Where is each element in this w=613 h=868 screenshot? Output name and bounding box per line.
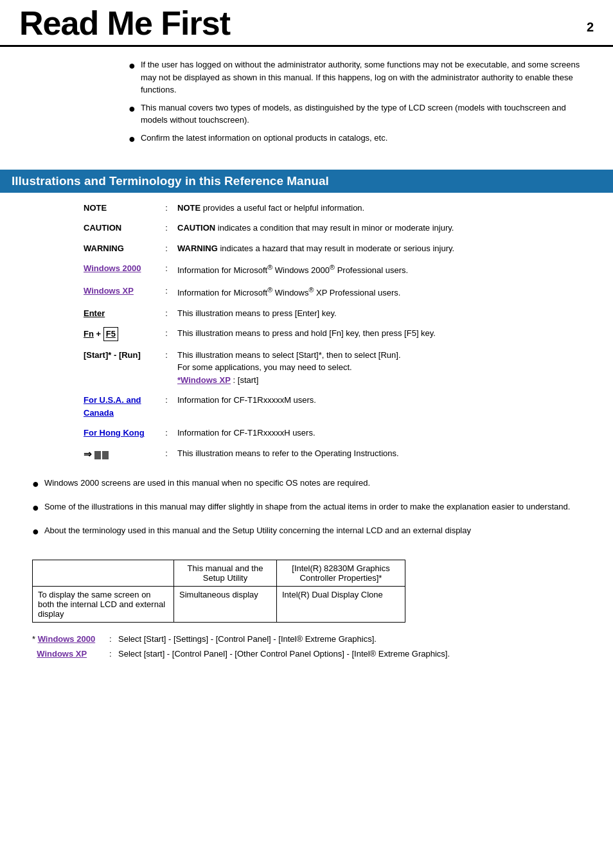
intro-text-3: Confirm the latest information on option… xyxy=(141,132,387,145)
col-header-manual: This manual and the Setup Utility xyxy=(174,560,277,587)
footnote-winxp: Windows XP : Select [start] - [Control P… xyxy=(32,648,594,661)
term-row-caution: CAUTION : CAUTION indicates a condition … xyxy=(19,218,594,238)
table-cell-clone: Intel(R) Dual Display Clone xyxy=(277,587,405,623)
page-header: Read Me First 2 xyxy=(0,0,613,47)
usa-canada-link[interactable]: For U.S.A. and Canada xyxy=(84,395,141,418)
term-row-warning: WARNING : WARNING indicates a hazard tha… xyxy=(19,238,594,259)
bottom-bullets-section: ● Windows 2000 screens are used in this … xyxy=(0,470,613,554)
term-label-fn-f5: Fn + F5 xyxy=(19,327,161,341)
section-header: Illustrations and Terminology in this Re… xyxy=(0,170,613,193)
bullet-dot: ● xyxy=(32,475,39,493)
footnote-win2000: * Windows 2000 : Select [Start] - [Setti… xyxy=(32,633,594,646)
bottom-text-1: Windows 2000 screens are used in this ma… xyxy=(44,477,370,490)
term-row-winxp: Windows XP : Information for Microsoft® … xyxy=(19,281,594,303)
term-row-win2000: Windows 2000 : Information for Microsoft… xyxy=(19,258,594,281)
intro-text-2: This manual covers two types of models, … xyxy=(141,102,594,127)
terminology-table: NOTE : NOTE provides a useful fact or he… xyxy=(0,193,613,471)
footnote-winxp-link[interactable]: Windows XP xyxy=(37,649,87,659)
term-desc-arrow-book: This illustration means to refer to the … xyxy=(172,447,594,460)
bullet-dot: ● xyxy=(32,499,39,517)
term-desc-warning: WARNING indicates a hazard that may resu… xyxy=(172,242,594,255)
hong-kong-link[interactable]: For Hong Kong xyxy=(84,428,145,438)
term-label-start-run: [Start]* - [Run] xyxy=(19,349,161,362)
term-label-winxp: Windows XP xyxy=(19,285,161,297)
display-table: This manual and the Setup Utility [Intel… xyxy=(32,560,405,623)
term-label-note: NOTE xyxy=(19,202,161,215)
bottom-bullet-2: ● Some of the illustrations in this manu… xyxy=(32,500,594,517)
intro-bullet-3: ● Confirm the latest information on opti… xyxy=(129,132,594,148)
term-desc-win2000: Information for Microsoft® Windows 2000®… xyxy=(172,262,594,277)
term-label-usa-canada: For U.S.A. and Canada xyxy=(19,394,161,419)
footnote-win2000-link[interactable]: Windows 2000 xyxy=(38,634,95,644)
bullet-dot: ● xyxy=(129,57,136,75)
table-cell-description: To display the same screen on both the i… xyxy=(33,587,174,623)
page-title: Read Me First xyxy=(19,6,230,40)
bottom-text-3: About the terminology used in this manua… xyxy=(44,524,471,537)
term-label-caution: CAUTION xyxy=(19,222,161,235)
table-row: To display the same screen on both the i… xyxy=(33,587,405,623)
term-row-hong-kong: For Hong Kong : Information for CF-T1Rxx… xyxy=(19,423,594,443)
display-table-section: This manual and the Setup Utility [Intel… xyxy=(0,554,613,628)
term-label-arrow-book: ⇒ xyxy=(19,447,161,462)
book-icon xyxy=(94,451,109,459)
term-label-win2000: Windows 2000 xyxy=(19,262,161,275)
bottom-bullet-3: ● About the terminology used in this man… xyxy=(32,524,594,540)
bullet-dot: ● xyxy=(129,100,136,118)
term-row-arrow-book: ⇒ : This illustration means to refer to … xyxy=(19,443,594,466)
intro-bullet-1: ● If the user has logged on without the … xyxy=(129,58,594,96)
term-row-note: NOTE : NOTE provides a useful fact or he… xyxy=(19,198,594,218)
col-header-intel: [Intel(R) 82830M Graphics Controller Pro… xyxy=(277,560,405,587)
term-desc-fn-f5: This illustration means to press and hol… xyxy=(172,327,594,340)
term-label-warning: WARNING xyxy=(19,242,161,255)
windows2000-link[interactable]: Windows 2000 xyxy=(84,263,141,273)
term-row-enter: Enter : This illustration means to press… xyxy=(19,303,594,324)
term-desc-caution: CAUTION indicates a condition that may r… xyxy=(172,222,594,235)
page-number: 2 xyxy=(587,20,594,40)
intro-section: ● If the user has logged on without the … xyxy=(0,47,613,159)
term-desc-note: NOTE provides a useful fact or helpful i… xyxy=(172,202,594,215)
winxp-start-link[interactable]: *Windows XP xyxy=(177,375,231,385)
footnote-label-winxp: Windows XP xyxy=(32,648,109,661)
term-desc-enter: This illustration means to press [Enter]… xyxy=(172,307,594,320)
term-label-enter: Enter xyxy=(19,307,161,320)
footnote-colon-2: : xyxy=(109,648,118,661)
footnote-colon-1: : xyxy=(109,633,118,646)
term-desc-usa-canada: Information for CF-T1RxxxxxM users. xyxy=(172,394,594,407)
intro-bullet-2: ● This manual covers two types of models… xyxy=(129,102,594,127)
bullet-dot: ● xyxy=(32,523,39,540)
term-desc-hong-kong: Information for CF-T1RxxxxxH users. xyxy=(172,427,594,439)
table-cell-simultaneous: Simultaneous display xyxy=(174,587,277,623)
term-label-hong-kong: For Hong Kong xyxy=(19,427,161,439)
intro-text-1: If the user has logged on without the ad… xyxy=(141,58,594,96)
footnote-text-winxp: Select [start] - [Control Panel] - [Othe… xyxy=(118,648,594,661)
term-row-usa-canada: For U.S.A. and Canada : Information for … xyxy=(19,390,594,423)
windowsxp-link[interactable]: Windows XP xyxy=(84,286,134,296)
bottom-text-2: Some of the illustrations in this manual… xyxy=(44,500,570,513)
col-header-empty xyxy=(33,560,174,587)
term-desc-start-run: This illustration means to select [Start… xyxy=(172,349,594,387)
term-row-fn-f5: Fn + F5 : This illustration means to pre… xyxy=(19,323,594,345)
bullet-dot: ● xyxy=(129,130,136,148)
term-desc-winxp: Information for Microsoft® Windows® XP P… xyxy=(172,285,594,299)
term-row-start-run: [Start]* - [Run] : This illustration mea… xyxy=(19,345,594,391)
arrow-icon: ⇒ xyxy=(84,448,94,459)
bottom-bullet-1: ● Windows 2000 screens are used in this … xyxy=(32,477,594,493)
footnote-label-win2000: * Windows 2000 xyxy=(32,633,109,646)
footnote-text-win2000: Select [Start] - [Settings] - [Control P… xyxy=(118,633,594,646)
footnotes-section: * Windows 2000 : Select [Start] - [Setti… xyxy=(0,628,613,668)
